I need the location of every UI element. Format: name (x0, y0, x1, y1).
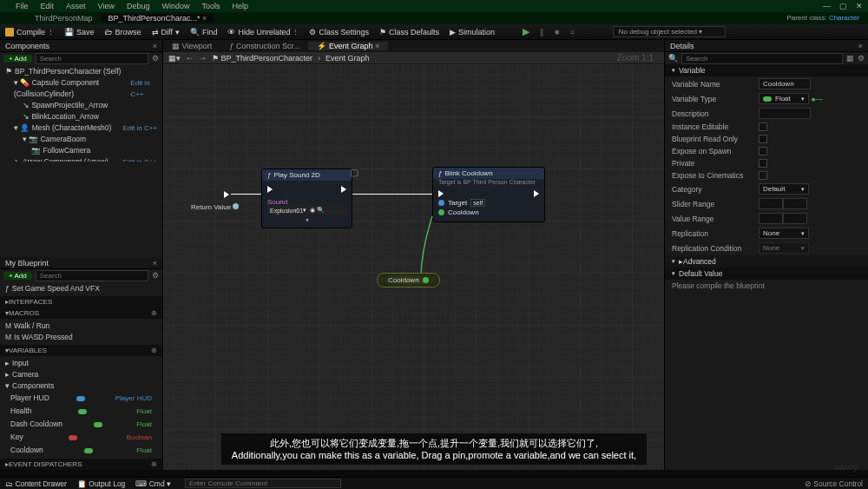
tree-item[interactable]: 📷 FollowCamera (3, 145, 159, 156)
menu-edit[interactable]: Edit (41, 2, 55, 10)
breadcrumb-bp[interactable]: ⚑ BP_ThirdPersonCharacter (212, 54, 312, 63)
function-item[interactable]: ƒ Set Game Speed And VFX (3, 283, 159, 294)
variable-item[interactable]: CooldownFloat (3, 444, 159, 457)
expose-spawn-checkbox[interactable] (759, 147, 767, 155)
details-search-input[interactable] (681, 53, 843, 64)
panel-close-icon[interactable]: × (153, 42, 157, 50)
event-graph-canvas[interactable]: Return Value ƒ Play Sound 2D Sound Explo… (163, 64, 664, 470)
variable-item[interactable]: HealthFloat (3, 405, 159, 418)
dispatchers-section[interactable]: ▸ EVENT DISPATCHERS⊕ (0, 459, 162, 470)
add-icon[interactable]: ⊕ (151, 309, 157, 317)
components-search-input[interactable] (36, 53, 148, 64)
blink-cooldown-node[interactable]: ƒ Blink Cooldown Target is BP Third Pers… (432, 167, 545, 222)
tree-item[interactable]: ▾ 💊 Capsule Component (CollisionCylinder… (3, 77, 159, 100)
value-min-input[interactable] (759, 213, 783, 224)
interfaces-section[interactable]: ▸ INTERFACES (0, 296, 162, 307)
tab-map[interactable]: ThirdPersonMap (28, 14, 100, 23)
sound-asset-dropdown[interactable]: Explosion01 ▾ ◉ 🔍 (267, 206, 346, 215)
macro-item[interactable]: M Is WASD Pressed (3, 332, 159, 343)
edit-cpp-link[interactable]: Edit in C++ (130, 77, 157, 100)
value-max-input[interactable] (783, 213, 807, 224)
var-name-input[interactable] (759, 78, 811, 89)
advanced-category[interactable]: ▸ Advanced (665, 255, 868, 268)
variable-item[interactable]: KeyBoolean (3, 431, 159, 444)
macros-section[interactable]: ▾ MACROS⊕ (0, 307, 162, 319)
default-value-category[interactable]: Default Value (665, 268, 868, 280)
menu-window[interactable]: Window (161, 2, 189, 10)
expand-icon[interactable]: ▾ (267, 216, 346, 224)
save-button[interactable]: 💾 Save (64, 28, 95, 36)
construction-tab[interactable]: ƒ Construction Scr... (220, 42, 308, 50)
var-group[interactable]: ▸ Camera (3, 369, 159, 380)
replication-dropdown[interactable]: None (759, 228, 809, 239)
var-group[interactable]: ▾ Components (3, 380, 159, 392)
grid-icon[interactable]: ▦ (846, 54, 854, 63)
back-icon[interactable]: ← (186, 54, 194, 63)
panel-close-icon[interactable]: × (858, 42, 863, 50)
variable-category[interactable]: Variable (665, 64, 868, 76)
tree-item[interactable]: ↘ BlinkLocation_Arrow (3, 111, 159, 122)
gear-icon[interactable]: ⚙ (152, 54, 159, 63)
macro-item[interactable]: M Walk / Run (3, 320, 159, 332)
bp-readonly-checkbox[interactable] (759, 135, 767, 143)
stop-button[interactable]: ■ (555, 28, 559, 36)
exec-pin-out[interactable] (224, 191, 229, 200)
parent-class-link[interactable]: Character (829, 14, 859, 22)
nav-icon[interactable]: ▦▾ (168, 54, 181, 63)
var-group[interactable]: ▸ Input (3, 358, 159, 369)
exec-pin-out[interactable] (534, 190, 539, 197)
play-button[interactable]: ▶ (523, 26, 529, 37)
variable-item[interactable]: Dash CooldownFloat (3, 418, 159, 431)
viewport-tab[interactable]: ▦ Viewport (163, 42, 220, 50)
tab-bp[interactable]: BP_ThirdPersonCharac...* × (102, 14, 214, 23)
blueprint-search-input[interactable] (36, 270, 148, 281)
menu-asset[interactable]: Asset (66, 2, 86, 10)
cinematics-checkbox[interactable] (759, 171, 767, 180)
debug-object-dropdown[interactable]: No debug object selected ▾ (613, 26, 726, 37)
add-component-button[interactable]: + Add (3, 55, 32, 63)
pause-button[interactable]: ∥ (540, 28, 544, 36)
menu-help[interactable]: Help (232, 2, 248, 10)
return-value-pin[interactable]: Return Value (191, 203, 239, 211)
gear-icon[interactable]: ⚙ (152, 271, 159, 280)
tree-root[interactable]: ⚑ BP_ThirdPersonCharacter (Self) (3, 66, 159, 77)
event-graph-tab[interactable]: ⚡ Event Graph × (308, 42, 388, 50)
output-log-button[interactable]: 📋 Output Log (77, 479, 125, 488)
desc-input[interactable] (759, 108, 811, 119)
forward-icon[interactable]: → (199, 54, 207, 63)
cooldown-pin[interactable] (438, 209, 444, 215)
add-blueprint-button[interactable]: + Add (3, 272, 32, 280)
variables-section[interactable]: ▾ VARIABLES⊕ (0, 345, 162, 356)
tree-item[interactable]: ▾ 👤 Mesh (CharacterMesh0)Edit in C++ (3, 122, 159, 134)
menu-file[interactable]: File (16, 2, 29, 10)
minimize-icon[interactable]: — (823, 2, 831, 10)
hide-unrelated-button[interactable]: 👁 Hide Unrelated ⋮ (227, 28, 299, 36)
var-type-dropdown[interactable]: Float (759, 93, 809, 104)
slider-min-input[interactable] (759, 198, 783, 209)
add-icon[interactable]: ⊕ (151, 347, 157, 354)
compile-button[interactable]: Compile ⋮ (5, 28, 54, 36)
target-pin[interactable] (438, 200, 444, 206)
variable-item[interactable]: Player HUDPlayer HUD (3, 392, 159, 405)
slider-max-input[interactable] (783, 198, 807, 209)
maximize-icon[interactable]: ▢ (839, 2, 847, 10)
breadcrumb-graph[interactable]: Event Graph (326, 54, 370, 63)
category-dropdown[interactable]: Default (759, 183, 809, 195)
tab-close-icon[interactable]: × (202, 14, 207, 23)
tree-item[interactable]: ↘ SpawnProjectile_Arrow (3, 100, 159, 111)
source-control-button[interactable]: ⊘ Source Control (805, 479, 863, 488)
content-drawer-button[interactable]: 🗂 Content Drawer (5, 479, 67, 488)
exec-pin-out[interactable] (341, 186, 346, 193)
browse-button[interactable]: 🗁 Browse (105, 28, 141, 36)
menu-view[interactable]: View (98, 2, 115, 10)
edit-cpp-link[interactable]: Edit in C++ (122, 122, 157, 134)
menu-tools[interactable]: Tools (201, 2, 220, 10)
menu-debug[interactable]: Debug (127, 2, 150, 10)
step-button[interactable]: ≡ (569, 28, 574, 36)
class-defaults-button[interactable]: ⚑ Class Defaults (379, 28, 439, 36)
private-checkbox[interactable] (759, 159, 767, 168)
cmd-dropdown[interactable]: ⌨ Cmd ▾ (135, 479, 171, 488)
add-icon[interactable]: ⊕ (151, 460, 157, 468)
class-settings-button[interactable]: ⚙ Class Settings (309, 28, 369, 36)
tree-item[interactable]: ▾ 📷 CameraBoom (3, 134, 159, 145)
